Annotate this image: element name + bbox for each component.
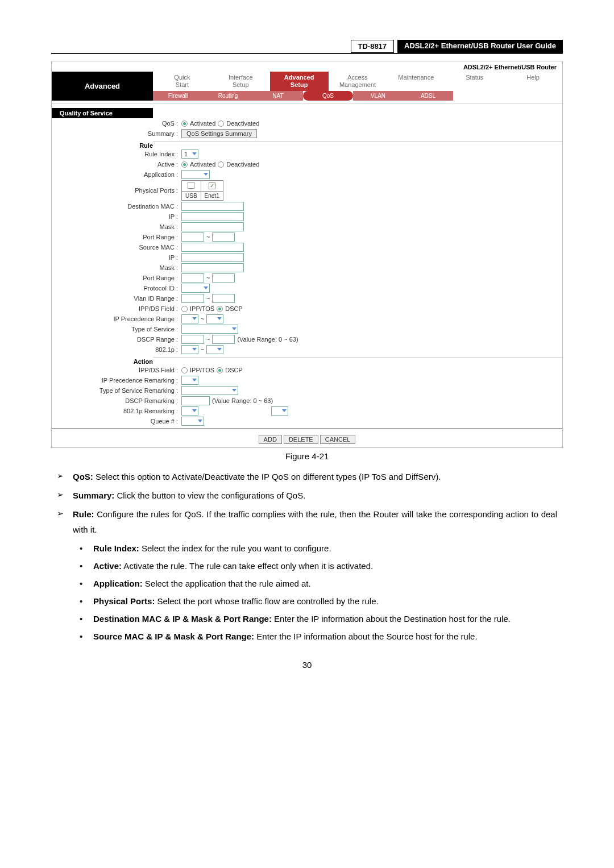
chk-enet1[interactable] [209, 182, 215, 189]
dd-8021pr[interactable] [181, 406, 198, 416]
lbl-rule-index: Rule Index : [52, 151, 181, 157]
section-rule: Rule [52, 139, 153, 149]
lbl-ippds: IPP/DS Field : [52, 305, 181, 312]
in-dscpr[interactable] [181, 396, 210, 405]
radio-dscp[interactable] [217, 306, 223, 312]
dd-8021p1[interactable] [181, 345, 198, 354]
lbl-tos: Type of Service : [52, 326, 181, 333]
lbl-8021p: 802.1p : [52, 346, 181, 353]
figure-caption: Figure 4-21 [51, 451, 563, 461]
nav-help[interactable]: Help [504, 72, 562, 91]
tab-vlan[interactable]: VLAN [353, 91, 403, 101]
nav-status[interactable]: Status [445, 72, 504, 91]
dd-tosr[interactable] [181, 386, 238, 395]
dd-8021pr2[interactable] [271, 406, 288, 416]
tab-nat[interactable]: NAT [253, 91, 303, 101]
in-src-mac[interactable] [181, 243, 244, 252]
chk-usb[interactable] [188, 182, 194, 189]
radio-active-on[interactable] [181, 161, 188, 168]
lbl-dest-port: Port Range : [52, 234, 181, 240]
nav-access-management[interactable]: Access Management [329, 72, 387, 91]
lbl-src-ip: IP : [52, 254, 181, 261]
lbl-active: Active : [52, 161, 181, 168]
lbl-qos: QoS : [52, 120, 181, 127]
in-dscp1[interactable] [181, 335, 204, 344]
page-number: 30 [51, 660, 563, 670]
lbl-8021pr: 802.1p Remarking : [52, 408, 181, 414]
lbl-physical-ports: Physical Ports : [52, 187, 181, 194]
in-src-ip[interactable] [181, 253, 244, 262]
dd-8021p2[interactable] [206, 345, 223, 354]
nav-maintenance[interactable]: Maintenance [387, 72, 445, 91]
model-pill: TD-8817 [351, 40, 395, 53]
in-src-mask[interactable] [181, 263, 244, 272]
nav-advanced-setup[interactable]: Advanced Setup [270, 72, 329, 91]
lbl-ippds2: IPP/DS Field : [52, 367, 181, 373]
in-vlan2[interactable] [212, 294, 235, 303]
nav-quick-start[interactable]: Quick Start [153, 72, 211, 91]
radio-ipptos2[interactable] [181, 367, 188, 373]
in-vlan1[interactable] [181, 294, 204, 303]
in-src-port1[interactable] [181, 273, 204, 283]
router-label: ADSL2/2+ Ethernet/USB Router [52, 61, 562, 72]
in-dest-port2[interactable] [212, 232, 235, 242]
in-dest-mask[interactable] [181, 222, 244, 231]
btn-summary[interactable]: QoS Settings Summary [181, 129, 257, 138]
lbl-dest-mask: Mask : [52, 223, 181, 230]
lbl-protocol: Protocol ID : [52, 285, 181, 292]
lbl-src-port: Port Range : [52, 275, 181, 281]
title-pill: ADSL2/2+ Ethernet/USB Router User Guide [397, 40, 563, 53]
physical-ports-table: USBEnet1 [181, 180, 223, 201]
dd-ipprec1[interactable] [181, 314, 198, 323]
dd-application[interactable] [181, 170, 210, 179]
nav-advanced[interactable]: Advanced [52, 72, 153, 101]
tab-routing[interactable]: Routing [203, 91, 253, 101]
dd-ipprecr[interactable] [181, 376, 198, 385]
description-text: ➢QoS: Select this option to Activate/Dea… [51, 469, 563, 644]
lbl-dscpr: DSCP Remarking : [52, 397, 181, 404]
radio-ipptos[interactable] [181, 306, 188, 312]
radio-active-off[interactable] [218, 161, 224, 168]
btn-cancel[interactable]: CANCEL [320, 435, 356, 444]
header: TD-8817 ADSL2/2+ Ethernet/USB Router Use… [51, 40, 563, 54]
dd-protocol[interactable] [181, 284, 210, 293]
section-action: Action [52, 355, 153, 365]
btn-delete[interactable]: DELETE [284, 435, 318, 444]
lbl-ipprec: IP Precedence Range : [52, 315, 181, 322]
in-dest-ip[interactable] [181, 212, 244, 221]
lbl-src-mask: Mask : [52, 264, 181, 271]
lbl-ipprecr: IP Precedence Remarking : [52, 377, 181, 384]
in-dest-mac[interactable] [181, 202, 244, 211]
in-dscp2[interactable] [212, 335, 235, 344]
lbl-dscp: DSCP Range : [52, 336, 181, 343]
nav-interface-setup[interactable]: Interface Setup [211, 72, 270, 91]
lbl-tosr: Type of Service Remarking : [52, 387, 181, 394]
tab-firewall[interactable]: Firewall [153, 91, 203, 101]
btn-add[interactable]: ADD [259, 435, 282, 444]
radio-qos-deactivated[interactable] [218, 121, 224, 127]
dd-rule-index[interactable]: 1 [181, 149, 198, 159]
lbl-summary: Summary : [52, 130, 181, 137]
lbl-queue: Queue # : [52, 418, 181, 425]
lbl-dest-ip: IP : [52, 213, 181, 220]
dd-ipprec2[interactable] [206, 314, 223, 323]
radio-qos-activated[interactable] [181, 121, 188, 127]
section-qos: Quality of Service [52, 108, 153, 118]
in-src-port2[interactable] [212, 273, 235, 283]
lbl-application: Application : [52, 171, 181, 178]
lbl-src-mac: Source MAC : [52, 244, 181, 251]
in-dest-port1[interactable] [181, 232, 204, 242]
tab-adsl[interactable]: ADSL [403, 91, 453, 101]
dd-tos[interactable] [181, 325, 238, 334]
radio-dscp2[interactable] [217, 367, 223, 373]
dd-queue[interactable] [181, 417, 204, 426]
tab-qos[interactable]: QoS [303, 91, 353, 101]
lbl-dest-mac: Destination MAC : [52, 203, 181, 210]
router-screenshot: ADSL2/2+ Ethernet/USB Router Advanced Qu… [51, 61, 563, 448]
lbl-vlan: Vlan ID Range : [52, 295, 181, 302]
